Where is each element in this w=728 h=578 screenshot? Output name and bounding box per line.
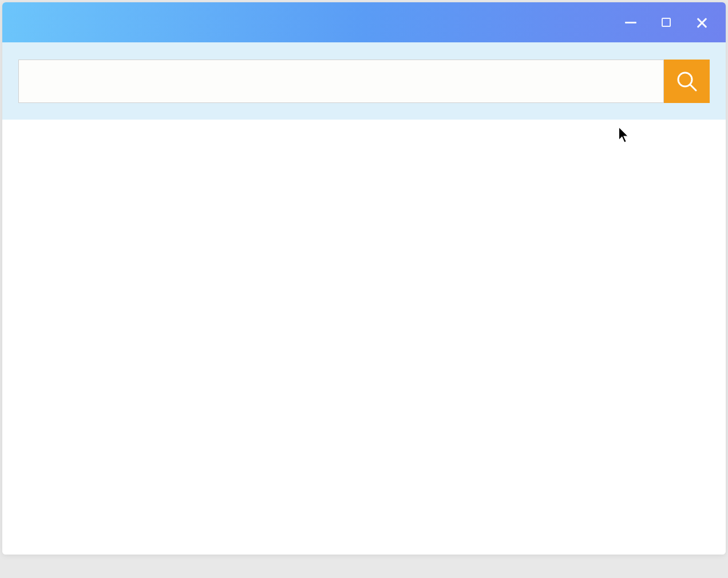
content-area [2,120,726,555]
search-button[interactable] [664,60,710,103]
cursor-icon [618,126,631,146]
minimize-icon [625,22,636,23]
minimize-button[interactable] [624,15,638,29]
close-button[interactable] [695,15,709,29]
maximize-icon [662,18,671,27]
search-icon [675,70,698,93]
app-window [2,2,726,555]
search-input[interactable] [18,60,664,103]
search-container [18,60,710,103]
maximize-button[interactable] [659,15,673,29]
search-bar-area [2,42,726,120]
close-icon [696,17,707,28]
titlebar [2,2,726,42]
svg-line-1 [690,85,696,90]
